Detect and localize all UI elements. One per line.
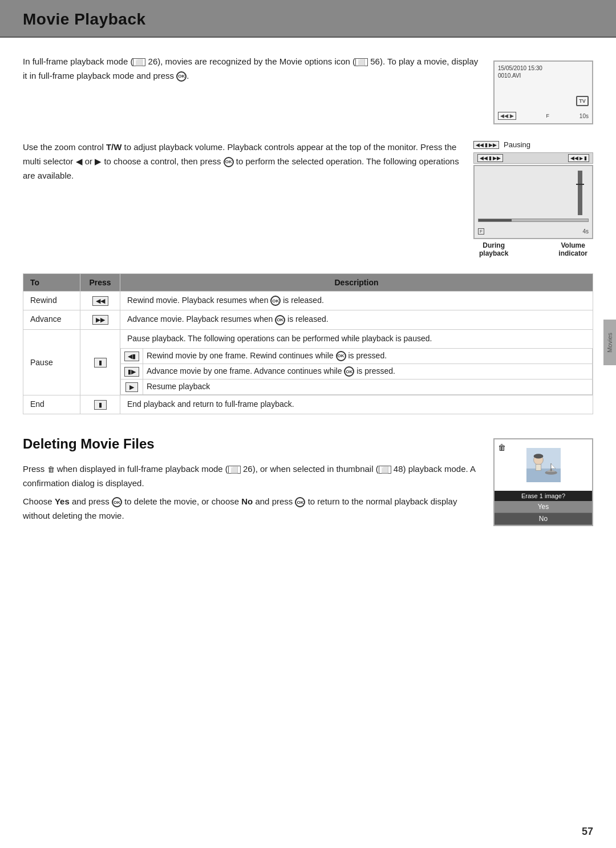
svg-rect-0 (526, 448, 561, 469)
middle-section: Use the zoom control T/W to adjust playb… (23, 140, 593, 257)
ok-icon-aframe: OK (344, 366, 354, 377)
timer-label: 4s (582, 228, 589, 235)
col-to: To (23, 274, 80, 292)
col-press: Press (80, 274, 120, 292)
volume-bar-inner (578, 171, 582, 215)
rewind-btn-icon: ◀◀ (92, 296, 108, 306)
ctrl-icons-pair: ◀◀▮▶▶ ◀◀▶▮ (473, 152, 593, 164)
table-header: To Press Description (23, 274, 593, 292)
table-body: Rewind ◀◀ Rewind movie. Playback resumes… (23, 292, 593, 414)
screen-date: 15/05/2010 15:30 (498, 65, 589, 71)
ctrl-left-btn: ◀◀:▶ (498, 112, 516, 120)
row-to-rewind: Rewind (23, 292, 80, 310)
pausing-label-row: ◀◀▮▶▶ Pausing (473, 140, 593, 149)
trash-icon-inline: 🗑 (47, 463, 55, 475)
ok-icon-rframe: OK (336, 351, 346, 361)
row-press-advance: ▶▶ (80, 310, 120, 329)
row-desc-advance: Advance movie. Playback resumes when OK … (120, 310, 593, 329)
progress-bar (478, 219, 589, 222)
nested-desc-rewind-frame: Rewind movie by one frame. Rewind contin… (143, 348, 593, 364)
playback-screen: F 4s (473, 165, 593, 239)
side-tab: Movies (603, 320, 616, 365)
pause-main-desc: Pause playback. The following operations… (120, 330, 593, 346)
page-title: Movie Playback (23, 10, 593, 29)
ok-icon-delete: OK (112, 497, 122, 507)
dialog-options: Yes No (495, 501, 592, 525)
dialog-trash-icon: 🗑 (498, 443, 506, 452)
nested-icon-resume: ▶ (121, 379, 143, 395)
playback-diagram: ◀◀▮▶▶ Pausing ◀◀▮▶▶ ◀◀▶▮ (473, 140, 593, 257)
time-display: 10s (579, 113, 589, 119)
page-number: 57 (582, 826, 593, 838)
person-illustration (526, 448, 561, 482)
col-description: Description (120, 274, 593, 292)
screen-controls: ◀◀:▶ F 10s (498, 112, 589, 120)
table-row-end: End ▮ End playback and return to full-fr… (23, 395, 593, 414)
ok-icon-no-delete: OK (295, 497, 305, 507)
row-desc-rewind: Rewind movie. Playback resumes when OK i… (120, 292, 593, 310)
dialog-preview-area: 🗑 (495, 439, 592, 491)
deleting-para-1: Press 🗑 when displayed in full-frame pla… (23, 462, 482, 491)
nested-icon-rewind-frame: ◀▮ (121, 348, 143, 364)
main-content: In full-frame playback mode (⬜ 26), movi… (0, 38, 616, 545)
row-to-advance: Advance (23, 310, 80, 329)
rewind-ctrl: ◀◀▮▶▶ (477, 154, 503, 162)
deleting-para-2: Choose Yes and press OK to delete the mo… (23, 495, 482, 523)
svg-point-3 (533, 454, 543, 458)
ok-icon-rewind: OK (270, 296, 281, 306)
deleting-title: Deleting Movie Files (23, 433, 482, 455)
advance-ctrl: ◀◀▶▮ (568, 154, 589, 162)
or-text: or (85, 156, 92, 166)
volume-indicator (576, 184, 584, 185)
delete-dialog: 🗑 (493, 438, 593, 526)
no-option[interactable]: No (495, 513, 592, 525)
nested-row-advance-frame: ▮▶ Advance movie by one frame. Advance c… (121, 364, 593, 379)
page-header: Movie Playback (0, 0, 616, 38)
progress-bar-bg (478, 219, 589, 222)
pause-btn-icon: ▮ (94, 358, 107, 368)
side-tab-label: Movies (606, 333, 613, 353)
nested-row-rewind-frame: ◀▮ Rewind movie by one frame. Rewind con… (121, 348, 593, 364)
pausing-ctrl-icon: ◀◀▮▶▶ (473, 141, 499, 149)
resume-icon: ▶ (125, 382, 138, 392)
zoom-paragraph: Use the zoom control T/W to adjust playb… (23, 140, 462, 183)
bottom-section: Deleting Movie Files Press 🗑 when displa… (23, 433, 593, 528)
row-to-pause: Pause (23, 329, 80, 395)
volume-indicator-label: Volume indicator (558, 241, 587, 257)
rewind-frame-icon: ◀▮ (124, 352, 139, 361)
nested-desc-resume: Resume playback (143, 379, 593, 395)
ok-icon-2: OK (224, 157, 234, 167)
table-row-pause: Pause ▮ Pause playback. The following op… (23, 329, 593, 395)
camera-screen-top: 15/05/2010 15:30 0010.AVI TV ◀◀:▶ F 10s (493, 60, 593, 124)
diagram-labels: During playback Volume indicator (473, 241, 593, 257)
ok-icon-advance: OK (275, 315, 285, 325)
row-to-end: End (23, 395, 80, 414)
frame-icon: F (478, 228, 484, 235)
table-row: Rewind ◀◀ Rewind movie. Playback resumes… (23, 292, 593, 310)
screen-filename: 0010.AVI (498, 72, 589, 79)
screen-bottom-row: F 4s (478, 228, 589, 235)
nested-row-resume: ▶ Resume playback (121, 379, 593, 395)
row-desc-pause: Pause playback. The following operations… (120, 329, 593, 395)
during-playback-label: During playback (479, 241, 508, 257)
end-btn-icon: ▮ (94, 400, 107, 410)
deleting-text: Deleting Movie Files Press 🗑 when displa… (23, 433, 482, 528)
top-section: In full-frame playback mode (⬜ 26), movi… (23, 55, 593, 124)
volume-bar (576, 171, 584, 215)
middle-text: Use the zoom control T/W to adjust playb… (23, 140, 462, 186)
row-press-pause: ▮ (80, 329, 120, 395)
table-row: Advance ▶▶ Advance movie. Playback resum… (23, 310, 593, 329)
table-header-row: To Press Description (23, 274, 593, 292)
pausing-label: Pausing (504, 140, 530, 149)
progress-bar-fill (479, 219, 512, 221)
operations-table: To Press Description Rewind ◀◀ Rewind mo… (23, 273, 593, 414)
yes-option[interactable]: Yes (495, 501, 592, 513)
intro-text: In full-frame playback mode (⬜ 26), movi… (23, 55, 482, 83)
row-press-end: ▮ (80, 395, 120, 414)
nested-desc-advance-frame: Advance movie by one frame. Advance cont… (143, 364, 593, 379)
intro-paragraph-1: In full-frame playback mode (⬜ 26), movi… (23, 55, 482, 83)
tv-icon: TV (576, 96, 589, 106)
erase-label: Erase 1 image? (495, 491, 592, 501)
nested-icon-advance-frame: ▮▶ (121, 364, 143, 379)
svg-rect-4 (536, 465, 541, 471)
